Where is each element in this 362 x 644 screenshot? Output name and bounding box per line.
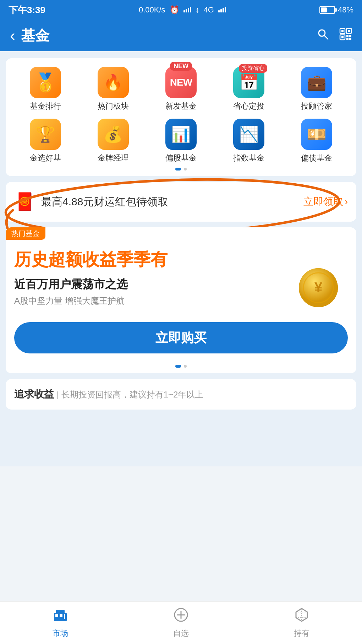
bottom-spacer — [6, 410, 356, 459]
new-fund-label: 新发基金 — [165, 101, 197, 112]
svg-rect-22 — [64, 614, 65, 619]
card-dots — [6, 362, 356, 373]
nav-item-holdings[interactable]: 持有 — [241, 607, 362, 639]
market-icon — [53, 607, 68, 626]
coin-svg: ¥ — [292, 261, 345, 314]
returns-section: 追求收益 | 长期投资回报高，建议持有1~2年以上 — [6, 379, 356, 410]
icon-grid-row1: 🥇 基金排行 🔥 热门板块 NEW NEW 新发基金 📅 — [11, 67, 351, 163]
red-packet-container: 🧧 最高4.88元财运红包待领取 立即领取 › — [6, 182, 356, 222]
card-dot-inactive — [184, 365, 187, 368]
svg-rect-10 — [346, 38, 349, 40]
watchlist-icon — [173, 607, 189, 626]
sidebar-item-steady-invest[interactable]: 📅 投资省心 省心定投 — [215, 67, 283, 112]
bond-fund-icon: 💴 — [301, 119, 332, 150]
4g-signal-icon — [218, 5, 226, 15]
steady-invest-icon: 📅 投资省心 — [233, 67, 264, 98]
sidebar-item-new-fund[interactable]: NEW NEW 新发基金 — [147, 67, 215, 112]
red-packet-action[interactable]: 立即领取 › — [303, 195, 348, 209]
status-time: 下午3:39 — [9, 4, 45, 16]
holdings-label: 持有 — [294, 628, 309, 639]
selected-fund-icon: 🏆 — [30, 119, 61, 150]
svg-rect-8 — [346, 35, 349, 37]
card-dot-active — [175, 365, 181, 368]
svg-text:¥: ¥ — [314, 280, 323, 295]
nav-item-watchlist[interactable]: 自选 — [121, 607, 241, 639]
svg-rect-9 — [349, 35, 351, 37]
bond-fund-label: 偏债基金 — [301, 153, 332, 163]
status-center: 0.00K/s ⏰ ↕ 4G — [139, 5, 226, 15]
sidebar-item-index-fund[interactable]: 📉 指数基金 — [215, 119, 283, 163]
returns-subtitle: 长期投资回报高，建议持有1~2年以上 — [61, 390, 204, 399]
nav-bar: ‹ 基金 — [0, 20, 362, 51]
battery-icon — [319, 6, 335, 14]
battery-percent: 48% — [338, 5, 353, 15]
hot-sector-icon: 🔥 — [98, 67, 129, 98]
equity-fund-label: 偏股基金 — [165, 153, 197, 163]
dot-active — [175, 168, 181, 171]
alarm-icon: ⏰ — [170, 5, 179, 15]
sidebar-item-equity-fund[interactable]: 📊 偏股基金 — [147, 119, 215, 163]
advisor-icon: 💼 — [301, 67, 332, 98]
arrow-right-icon: › — [345, 196, 348, 207]
sidebar-item-selected-fund[interactable]: 🏆 金选好基 — [11, 119, 79, 163]
equity-fund-icon: 📊 — [165, 119, 197, 150]
svg-rect-5 — [348, 30, 350, 32]
svg-rect-21 — [60, 614, 62, 617]
new-fund-icon: NEW NEW — [165, 67, 197, 98]
fund-content: 历史超额收益季季有 近百万用户震荡市之选 A股中坚力量 增强大魔王护航 ¥ — [6, 240, 356, 315]
advisor-label: 投顾管家 — [301, 101, 332, 112]
hot-sector-label: 热门板块 — [98, 101, 129, 112]
nav-item-market[interactable]: 市场 — [0, 607, 121, 639]
nav-left: ‹ 基金 — [10, 26, 49, 45]
fund-rank-icon: 🥇 — [30, 67, 61, 98]
svg-rect-19 — [56, 610, 65, 613]
returns-main-label: 追求收益 — [14, 389, 54, 400]
svg-rect-7 — [341, 36, 344, 38]
back-button[interactable]: ‹ — [10, 27, 15, 44]
steady-invest-label: 省心定投 — [233, 101, 264, 112]
network-type: 4G — [204, 5, 214, 15]
signal-icon — [183, 5, 191, 15]
arrow-icon: ↕ — [196, 5, 199, 15]
hot-fund-card: 热门基金 历史超额收益季季有 近百万用户震荡市之选 A股中坚力量 增强大魔王护航… — [6, 227, 356, 373]
qr-button[interactable] — [339, 28, 352, 44]
buy-button-wrap: 立即购买 — [6, 315, 356, 362]
holdings-icon — [294, 607, 309, 626]
sidebar-item-top-manager[interactable]: 💰 金牌经理 — [79, 119, 147, 163]
sidebar-item-fund-rank[interactable]: 🥇 基金排行 — [11, 67, 79, 112]
svg-rect-20 — [55, 614, 58, 617]
sidebar-item-hot-sector[interactable]: 🔥 热门板块 — [79, 67, 147, 112]
nav-right — [317, 28, 352, 44]
bottom-nav: 市场 自选 持有 — [0, 601, 362, 644]
index-fund-label: 指数基金 — [233, 153, 264, 163]
fund-rank-label: 基金排行 — [30, 101, 61, 112]
red-packet-action-label: 立即领取 — [303, 195, 343, 209]
red-packet-text: 最高4.88元财运红包待领取 — [41, 195, 298, 209]
search-button[interactable] — [317, 28, 329, 44]
top-manager-icon: 💰 — [98, 119, 129, 150]
returns-title: 追求收益 | 长期投资回报高，建议持有1~2年以上 — [14, 388, 348, 401]
svg-line-1 — [324, 36, 328, 39]
svg-rect-3 — [341, 30, 344, 32]
watchlist-label: 自选 — [173, 628, 189, 639]
svg-rect-11 — [349, 38, 351, 40]
network-speed: 0.00K/s — [139, 5, 165, 15]
dot-inactive — [184, 168, 187, 171]
sidebar-item-bond-fund[interactable]: 💴 偏债基金 — [283, 119, 351, 163]
icon-grid-card: 🥇 基金排行 🔥 热门板块 NEW NEW 新发基金 📅 — [6, 58, 356, 176]
top-manager-label: 金牌经理 — [98, 153, 129, 163]
sidebar-item-advisor[interactable]: 💼 投顾管家 — [283, 67, 351, 112]
page-dots — [11, 168, 351, 171]
hot-tag-label: 热门基金 — [6, 227, 45, 240]
page-title: 基金 — [21, 26, 49, 45]
coin-illustration: ¥ — [292, 261, 345, 314]
hot-tag: 热门基金 — [6, 227, 356, 240]
selected-fund-label: 金选好基 — [30, 153, 61, 163]
buy-button[interactable]: 立即购买 — [14, 322, 348, 353]
returns-divider: | — [57, 390, 61, 399]
main-content: 🥇 基金排行 🔥 热门板块 NEW NEW 新发基金 📅 — [0, 51, 362, 466]
red-packet-banner[interactable]: 🧧 最高4.88元财运红包待领取 立即领取 › — [6, 182, 356, 222]
market-label: 市场 — [53, 628, 68, 639]
red-packet-icon: 🧧 — [14, 192, 35, 212]
status-bar: 下午3:39 0.00K/s ⏰ ↕ 4G — [0, 0, 362, 20]
